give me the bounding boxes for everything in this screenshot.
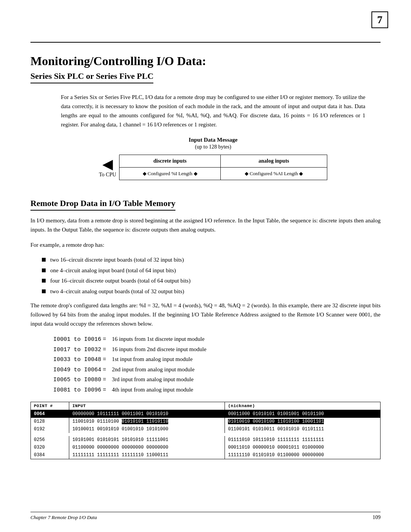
ref-eq-4: =: [103, 365, 112, 375]
ref-row-6: I0081 to I0096 = 4th input from analog i…: [53, 385, 381, 395]
table-row: 038411111111 11111111 11111110 110001111…: [31, 451, 380, 459]
diagram-col1-sub: ◆ Configured %I Length ◆: [119, 168, 221, 180]
diagram-title-bold: Input Data Message: [61, 137, 365, 143]
bullet-item-3: four 16–circuit discrete output boards (…: [42, 276, 381, 285]
ref-desc-1: 16 inputs from 1st discrete input module: [112, 334, 204, 344]
ref-row-5: I0065 to I0080 = 3rd input from analog i…: [53, 375, 381, 385]
cell-input: 00000000 10111111 00011001 00101010: [69, 410, 225, 418]
table-row: 025610101001 01010101 10101010 111110010…: [31, 436, 380, 444]
diagram-sub-row: ◆ Configured %I Length ◆ ◆ Configured %A…: [119, 168, 327, 180]
cell-input: 10101001 01010101 10101010 11111001: [69, 436, 225, 444]
cell-nickname: 01010010 00010100 11010100 10001101: [225, 418, 380, 425]
ref-range-1: I0001 to I0016: [53, 335, 103, 345]
subtitle: Series Six PLC or Series Five PLC: [30, 71, 153, 83]
cell-point: 0320: [31, 444, 69, 451]
ref-range-5: I0065 to I0080: [53, 375, 103, 385]
ref-range-2: I0017 to I0032: [53, 345, 103, 355]
ref-range-6: I0081 to I0096: [53, 385, 103, 395]
diagram-header-row: discrete inputs analog inputs: [119, 155, 327, 168]
section2-para2: For example, a remote drop has:: [30, 240, 381, 249]
bullet-text-4: two 4–circuit analog output boards (tota…: [50, 287, 184, 296]
section2-heading: Remote Drop Data in I/O Table Memory: [30, 198, 175, 211]
intro-paragraph: For a Series Six or Series Five PLC, I/O…: [61, 93, 365, 129]
ref-desc-3: 1st input from analog input module: [112, 355, 193, 364]
cell-point: 0256: [31, 436, 69, 444]
chapter-number: 7: [371, 11, 388, 28]
bullet-item-2: one 4–circuit analog input board (total …: [42, 266, 381, 275]
table-row: 019210100011 00101010 01001010 101010000…: [31, 425, 380, 433]
bullet-icon-3: [42, 279, 46, 283]
bullet-list: two 16–circuit discrete input boards (to…: [42, 256, 381, 296]
footer-chapter-text: Chapter 7 Remote Drop I/O Data: [30, 514, 97, 521]
col-header-point: POINT #: [31, 402, 69, 410]
diagram-col2-header: analog inputs: [220, 155, 327, 168]
bullet-icon-4: [42, 289, 46, 293]
table-row: 032001100000 00000000 00000000 000000000…: [31, 444, 380, 451]
ref-desc-4: 2nd input from analog input module: [112, 365, 194, 375]
section2-para1: In I/O memory, data from a remote drop i…: [30, 216, 381, 234]
intro-section: For a Series Six or Series Five PLC, I/O…: [61, 93, 365, 180]
table-header-row: POINT # INPUT (nickname): [31, 402, 380, 410]
cpu-arrow-area: ◀ To CPU: [99, 157, 116, 178]
ref-desc-5: 3rd input from analog input module: [112, 375, 194, 385]
ref-row-1: I0001 to I0016 = 16 inputs from 1st disc…: [53, 334, 381, 345]
cell-nickname: 11111110 01101010 01100000 00000000: [225, 451, 380, 459]
cell-nickname: 00011000 01010101 01001001 00101100: [225, 410, 380, 418]
diagram-table: discrete inputs analog inputs ◆ Configur…: [119, 155, 327, 180]
cell-nickname: 00011010 00000010 00001011 01000000: [225, 444, 380, 451]
ref-eq-6: =: [103, 385, 112, 395]
diagram-title-normal: (up to 128 bytes): [61, 144, 365, 150]
ref-row-3: I0033 to I0048 = 1st input from analog i…: [53, 355, 381, 365]
table-row: 006400000000 10111111 00011001 001010100…: [31, 410, 380, 418]
cell-input: 11001010 01110100 01010101 11010110: [69, 418, 225, 425]
bullet-text-1: two 16–circuit discrete input boards (to…: [50, 256, 184, 264]
col-header-input: INPUT: [69, 402, 225, 410]
cell-point: 0384: [31, 451, 69, 459]
ref-range-3: I0033 to I0048: [53, 355, 103, 365]
ref-eq-2: =: [103, 345, 112, 355]
col-header-nickname: (nickname): [225, 402, 380, 410]
bullet-icon-2: [42, 268, 46, 272]
reference-table: I0001 to I0016 = 16 inputs from 1st disc…: [53, 334, 381, 395]
page-footer: Chapter 7 Remote Drop I/O Data 109: [30, 512, 381, 521]
main-title: Monitoring/Controlling I/O Data:: [30, 54, 381, 68]
table-row: 012811001010 01110100 01010101 110101100…: [31, 418, 380, 425]
diagram-table-wrapper: ◀ To CPU discrete inputs analog inputs ◆…: [99, 155, 327, 180]
table-spacer-row: [31, 433, 380, 436]
bullet-text-3: four 16–circuit discrete output boards (…: [50, 276, 191, 285]
cell-input: 01100000 00000000 00000000 00000000: [69, 444, 225, 451]
ref-eq-5: =: [103, 375, 112, 385]
ref-eq-3: =: [103, 355, 112, 365]
bullet-item-4: two 4–circuit analog output boards (tota…: [42, 287, 381, 296]
page-container: 7 Monitoring/Controlling I/O Data: Serie…: [0, 0, 411, 532]
input-data-diagram: Input Data Message (up to 128 bytes) ◀ T…: [61, 137, 365, 180]
bullet-icon-1: [42, 258, 46, 262]
data-table: POINT # INPUT (nickname) 006400000000 10…: [31, 402, 380, 459]
cpu-label: To CPU: [99, 172, 116, 178]
diagram-col1-header: discrete inputs: [119, 155, 221, 168]
left-arrow-icon: ◀: [102, 157, 113, 171]
ref-desc-2: 16 inputs from 2nd discrete input module: [112, 345, 206, 355]
cell-nickname: 01100101 01010011 00101010 01101111: [225, 425, 380, 433]
ref-desc-6: 4th input from analog input module: [112, 385, 193, 395]
cell-input: 10100011 00101010 01001010 10101000: [69, 425, 225, 433]
ref-range-4: I0049 to I0064: [53, 365, 103, 375]
bullet-text-2: one 4–circuit analog input board (total …: [50, 266, 176, 275]
cell-nickname: 01111010 10111010 11111111 11111111: [225, 436, 380, 444]
cell-point: 0128: [31, 418, 69, 425]
footer-page-number: 109: [373, 514, 381, 521]
cell-point: 0192: [31, 425, 69, 433]
bullet-item-1: two 16–circuit discrete input boards (to…: [42, 256, 381, 264]
ref-eq-1: =: [103, 335, 112, 345]
cell-input: 11111111 11111111 11111110 11000111: [69, 451, 225, 459]
diagram-col2-sub: ◆ Configured %AI Length ◆: [220, 168, 327, 180]
section2-para3: The remote drop's configured data length…: [30, 301, 381, 328]
ref-row-2: I0017 to I0032 = 16 inputs from 2nd disc…: [53, 345, 381, 355]
data-table-wrapper: POINT # INPUT (nickname) 006400000000 10…: [30, 402, 381, 459]
top-rule: [30, 42, 381, 43]
ref-row-4: I0049 to I0064 = 2nd input from analog i…: [53, 365, 381, 375]
cell-point: 0064: [31, 410, 69, 418]
